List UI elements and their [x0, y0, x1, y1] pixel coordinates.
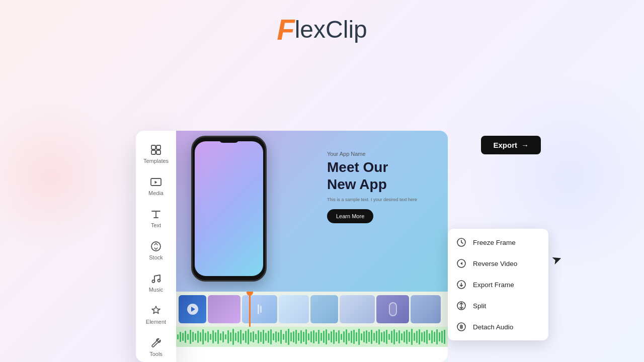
svg-rect-16 [195, 333, 196, 340]
menu-item-export-frame[interactable]: Export Frame [448, 274, 548, 295]
phone-mockup [191, 136, 292, 287]
svg-rect-43 [263, 330, 264, 344]
export-button[interactable]: Export → [481, 136, 541, 154]
svg-rect-113 [439, 332, 440, 341]
svg-rect-90 [381, 332, 382, 341]
svg-rect-95 [393, 329, 395, 344]
sidebar-item-text[interactable]: Text [139, 203, 173, 233]
learn-more-button[interactable]: Learn More [327, 209, 373, 223]
svg-rect-82 [361, 333, 362, 340]
sidebar-item-templates-label: Templates [143, 158, 169, 164]
menu-item-freeze-frame[interactable]: Freeze Frame [448, 232, 548, 253]
stock-icon [150, 240, 162, 252]
export-frame-label: Export Frame [473, 281, 514, 289]
menu-item-split[interactable]: Split [448, 295, 548, 316]
svg-rect-22 [210, 334, 211, 340]
svg-rect-114 [441, 331, 443, 343]
clip-8[interactable] [411, 295, 441, 323]
app-description: This is a sample text. I your desired te… [327, 197, 438, 203]
clip-5[interactable] [310, 295, 338, 323]
svg-rect-70 [331, 331, 332, 342]
svg-rect-99 [404, 331, 405, 342]
svg-rect-23 [212, 330, 214, 343]
svg-rect-45 [268, 331, 269, 343]
clip-2[interactable] [208, 295, 240, 323]
sidebar-item-tools[interactable]: Tools [139, 332, 173, 362]
app-title: Meet Our New App [327, 159, 438, 193]
svg-rect-36 [245, 331, 247, 343]
svg-rect-76 [346, 329, 347, 344]
svg-rect-11 [182, 333, 184, 341]
clip-4[interactable] [279, 295, 309, 323]
svg-rect-49 [278, 332, 279, 341]
reverse-video-label: Reverse Video [473, 260, 517, 267]
element-icon [150, 305, 162, 317]
svg-rect-80 [356, 332, 357, 341]
svg-rect-58 [300, 330, 302, 343]
sidebar-item-media[interactable]: Media [139, 171, 173, 201]
sidebar-item-stock[interactable]: Stock [139, 235, 173, 265]
svg-rect-48 [275, 331, 277, 342]
clip-1[interactable] [179, 295, 206, 323]
menu-item-reverse-video[interactable]: Reverse Video [448, 253, 548, 274]
svg-rect-66 [320, 333, 322, 341]
clip-7[interactable] [376, 295, 409, 323]
clip-6[interactable] [340, 295, 375, 323]
video-canvas[interactable]: Your App Name Meet Our New App This is a… [176, 131, 448, 292]
svg-rect-20 [205, 333, 206, 341]
svg-rect-63 [313, 330, 314, 343]
svg-point-6 [152, 280, 155, 283]
svg-rect-107 [424, 331, 425, 342]
media-icon [150, 176, 162, 188]
sidebar-item-music[interactable]: Music [139, 267, 173, 298]
export-frame-icon [456, 279, 467, 290]
svg-rect-101 [409, 332, 410, 342]
menu-item-detach-audio[interactable]: Detach Audio [448, 316, 548, 337]
svg-rect-27 [222, 331, 224, 342]
svg-rect-52 [285, 331, 287, 343]
svg-rect-96 [396, 332, 397, 341]
svg-rect-110 [431, 330, 433, 343]
svg-rect-3 [156, 150, 160, 154]
sidebar-item-element[interactable]: Element [139, 300, 173, 330]
svg-rect-81 [358, 329, 360, 345]
svg-rect-17 [197, 331, 199, 343]
svg-rect-12 [185, 331, 186, 343]
svg-rect-34 [240, 330, 242, 344]
sidebar-item-tools-label: Tools [149, 351, 163, 357]
svg-rect-28 [225, 334, 226, 339]
clip-3[interactable] [242, 295, 277, 323]
svg-rect-37 [248, 329, 249, 344]
svg-rect-14 [190, 330, 191, 344]
svg-rect-32 [235, 333, 236, 341]
svg-rect-59 [303, 332, 304, 342]
bg-glow-left [0, 101, 126, 251]
svg-rect-84 [366, 330, 367, 343]
svg-rect-15 [192, 332, 194, 342]
svg-rect-25 [217, 330, 219, 344]
svg-rect-115 [444, 330, 445, 344]
svg-rect-13 [187, 334, 189, 340]
svg-rect-94 [391, 331, 392, 343]
waveform[interactable] [176, 327, 448, 347]
sidebar-item-stock-label: Stock [149, 254, 163, 260]
svg-rect-30 [230, 332, 231, 341]
svg-rect-40 [255, 334, 257, 340]
svg-rect-9 [177, 334, 179, 339]
svg-rect-100 [406, 330, 408, 344]
svg-rect-35 [243, 333, 244, 340]
svg-rect-74 [341, 334, 342, 340]
timeline-clips[interactable] [176, 292, 448, 327]
sidebar-item-templates[interactable]: Templates [139, 139, 173, 169]
svg-rect-51 [283, 334, 284, 340]
svg-rect-93 [388, 334, 390, 340]
context-menu: Freeze Frame Reverse Video Export Frame [448, 229, 548, 340]
svg-rect-1 [156, 145, 160, 149]
svg-rect-10 [180, 332, 181, 342]
timeline [176, 292, 448, 362]
svg-rect-103 [414, 333, 415, 341]
svg-rect-24 [215, 332, 216, 341]
svg-rect-61 [308, 333, 309, 340]
svg-rect-97 [398, 330, 400, 343]
svg-rect-29 [227, 330, 229, 343]
